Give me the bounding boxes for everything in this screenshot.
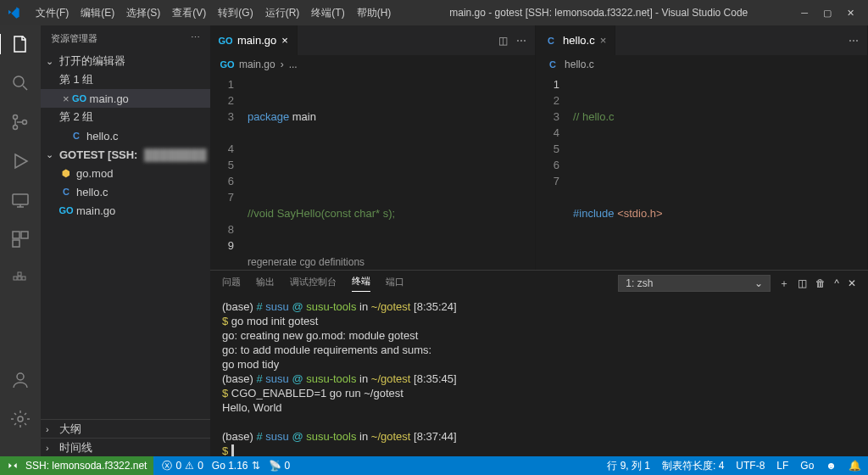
status-problems[interactable]: ⓧ 0 ⚠ 0: [162, 459, 203, 473]
activity-bar: [0, 25, 41, 456]
explorer-tree: ⌄打开的编辑器 第 1 组 ×GOmain.go 第 2 组 Chello.c …: [41, 52, 210, 419]
vscode-logo-icon: [7, 6, 20, 20]
group-2-label[interactable]: 第 2 组: [41, 108, 210, 126]
menu-view[interactable]: 查看(V): [167, 3, 211, 24]
menu-edit[interactable]: 编辑(E): [75, 3, 120, 24]
open-editors-section[interactable]: ⌄打开的编辑器: [41, 52, 210, 70]
kill-terminal-icon[interactable]: 🗑: [815, 277, 826, 289]
open-editor-main-go[interactable]: ×GOmain.go: [41, 89, 210, 108]
open-editor-hello-c[interactable]: Chello.c: [41, 126, 210, 145]
line-gutter: 123456789: [210, 74, 244, 270]
menu-goto[interactable]: 转到(G): [213, 3, 258, 24]
code-content[interactable]: package main //void SayHello(const char*…: [244, 74, 501, 270]
panel-tab-ports[interactable]: 端口: [386, 276, 404, 292]
go-file-icon: GO: [219, 34, 232, 48]
more-actions-icon[interactable]: ⋯: [849, 35, 859, 47]
status-go-version[interactable]: Go 1.16 ⇅: [212, 460, 260, 472]
svg-point-1: [14, 115, 18, 120]
svg-rect-9: [18, 277, 21, 280]
bottom-panel: 问题 输出 调试控制台 终端 端口 1: zsh⌄ ＋ ◫ 🗑 ^ ✕ (bas…: [210, 270, 868, 456]
menu-file[interactable]: 文件(F): [31, 3, 74, 24]
sidebar-header: 资源管理器 ⋯: [41, 25, 210, 52]
docker-icon[interactable]: [10, 268, 31, 288]
editor-pane-1: GOmain.go× ◫ ⋯ GOmain.go›... 123456789 p…: [210, 25, 536, 270]
line-gutter: 1234567: [536, 74, 570, 270]
timeline-section[interactable]: ›时间线: [41, 438, 210, 456]
remote-icon: [7, 460, 19, 472]
minimap[interactable]: [501, 74, 535, 270]
source-control-icon[interactable]: [10, 112, 31, 132]
svg-rect-10: [18, 272, 21, 276]
panel-tab-terminal[interactable]: 终端: [352, 275, 370, 292]
minimap[interactable]: [833, 74, 867, 270]
split-terminal-icon[interactable]: ◫: [798, 277, 807, 289]
terminal-selector[interactable]: 1: zsh⌄: [618, 275, 771, 292]
breadcrumb-1[interactable]: GOmain.go›...: [210, 55, 535, 74]
terminal-content[interactable]: (base) # susu @ susu-tools in ~/gotest […: [210, 296, 868, 456]
panel-tabs: 问题 输出 调试控制台 终端 端口 1: zsh⌄ ＋ ◫ 🗑 ^ ✕: [210, 271, 868, 296]
menu-help[interactable]: 帮助(H): [352, 3, 397, 24]
panel-tab-problems[interactable]: 问题: [222, 276, 241, 292]
status-bar: SSH: lemonsoda.f3322.net ⓧ 0 ⚠ 0 Go 1.16…: [0, 456, 868, 475]
group-1-label[interactable]: 第 1 组: [41, 70, 210, 89]
file-hello-c[interactable]: Chello.c: [41, 182, 210, 201]
editor-pane-2: Chello.c× ⋯ Chello.c 1234567 // hello.c …: [536, 25, 868, 270]
go-file-icon: GO: [73, 92, 86, 105]
status-cursor-position[interactable]: 行 9, 列 1: [607, 459, 650, 473]
project-root[interactable]: ⌄GOTEST [SSH: ████████: [41, 145, 210, 164]
explorer-icon[interactable]: [0, 34, 40, 54]
svg-point-13: [18, 416, 23, 422]
remote-explorer-icon[interactable]: [10, 190, 31, 210]
menu-run[interactable]: 运行(R): [260, 3, 305, 24]
c-file-icon: C: [70, 129, 83, 142]
status-indentation[interactable]: 制表符长度: 4: [662, 459, 724, 473]
search-icon[interactable]: [10, 73, 31, 93]
code-editor-1[interactable]: 123456789 package main //void SayHello(c…: [210, 74, 535, 270]
sidebar-explorer: 资源管理器 ⋯ ⌄打开的编辑器 第 1 组 ×GOmain.go 第 2 组 C…: [41, 25, 210, 456]
menu-terminal[interactable]: 终端(T): [306, 3, 349, 24]
settings-gear-icon[interactable]: [10, 409, 31, 429]
close-tab-icon[interactable]: ×: [281, 34, 288, 47]
breadcrumb-2[interactable]: Chello.c: [536, 55, 867, 74]
more-actions-icon[interactable]: ⋯: [516, 35, 526, 47]
status-feedback-icon[interactable]: ☻: [826, 459, 837, 473]
sidebar-more-icon[interactable]: ⋯: [191, 32, 200, 45]
outline-section[interactable]: ›大纲: [41, 419, 210, 438]
account-icon[interactable]: [10, 370, 31, 390]
file-go-mod[interactable]: ⬢go.mod: [41, 164, 210, 182]
tab-bar-1: GOmain.go× ◫ ⋯: [210, 25, 535, 55]
status-notifications-icon[interactable]: 🔔: [849, 459, 861, 473]
svg-rect-6: [21, 232, 28, 238]
status-language[interactable]: Go: [800, 459, 814, 473]
close-icon[interactable]: ×: [63, 92, 70, 105]
status-encoding[interactable]: UTF-8: [736, 459, 765, 473]
close-tab-icon[interactable]: ×: [600, 34, 607, 47]
split-editor-icon[interactable]: ◫: [498, 35, 508, 47]
close-button[interactable]: ✕: [847, 8, 854, 19]
svg-rect-7: [13, 240, 19, 247]
status-ports[interactable]: 📡 0: [269, 460, 291, 472]
maximize-button[interactable]: ▢: [823, 8, 832, 19]
file-main-go[interactable]: GOmain.go: [41, 201, 210, 220]
menu-select[interactable]: 选择(S): [121, 3, 165, 24]
new-terminal-icon[interactable]: ＋: [779, 277, 789, 291]
extensions-icon[interactable]: [10, 229, 31, 249]
code-content[interactable]: // hello.c #include <stdio.h> void SayHe…: [570, 74, 833, 270]
svg-rect-11: [22, 277, 25, 280]
status-eol[interactable]: LF: [776, 459, 788, 473]
tab-hello-c[interactable]: Chello.c×: [536, 25, 615, 55]
maximize-panel-icon[interactable]: ^: [834, 277, 839, 289]
minimize-button[interactable]: ─: [801, 8, 808, 19]
run-debug-icon[interactable]: [10, 151, 31, 171]
svg-rect-8: [14, 277, 17, 280]
svg-rect-4: [13, 194, 28, 204]
tab-main-go[interactable]: GOmain.go×: [210, 25, 298, 55]
code-editor-2[interactable]: 1234567 // hello.c #include <stdio.h> vo…: [536, 74, 867, 270]
svg-point-12: [17, 373, 24, 380]
status-remote-ssh[interactable]: SSH: lemonsoda.f3322.net: [0, 456, 153, 475]
c-file-icon: C: [59, 185, 73, 198]
close-panel-icon[interactable]: ✕: [848, 277, 856, 289]
window-title: main.go - gotest [SSH: lemonsoda.f3322.n…: [396, 7, 801, 19]
panel-tab-output[interactable]: 输出: [256, 276, 275, 292]
panel-tab-debug-console[interactable]: 调试控制台: [290, 276, 337, 292]
